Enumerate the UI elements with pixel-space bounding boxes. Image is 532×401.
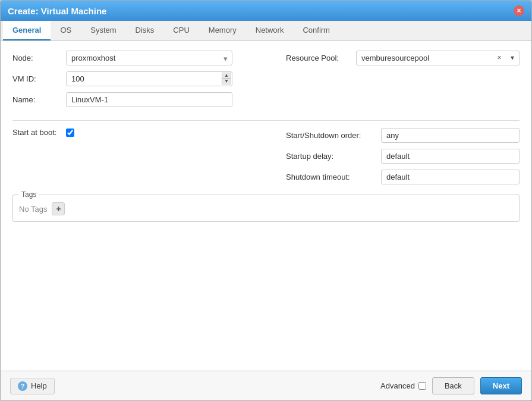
advanced-checkbox[interactable] [418,382,426,390]
vmid-row: VM ID: 100 ▲ ▼ [12,71,274,86]
vmid-input[interactable]: 100 [66,71,232,86]
resource-pool-row: Resource Pool: vemburesourcepool × ▾ [286,51,520,65]
vmid-up-button[interactable]: ▲ [222,73,231,79]
tab-bar: General OS System Disks CPU Memory Netwo… [1,21,531,41]
name-row: Name: LinuxVM-1 [12,92,274,107]
boot-options-row: Start at boot: Start/Shutdown order: any… [12,128,520,184]
shutdown-timeout-input[interactable]: default [381,170,520,184]
top-form-section: Node: proxmoxhost ▾ VM ID: 100 [12,51,520,113]
name-label: Name: [12,95,66,104]
add-tag-button[interactable]: + [52,202,65,215]
no-tags-text: No Tags [19,205,47,214]
resource-pool-clear-button[interactable]: × [493,52,505,64]
tags-legend: Tags [19,190,39,199]
node-row: Node: proxmoxhost ▾ [12,51,274,65]
tab-os[interactable]: OS [51,21,81,40]
help-button[interactable]: ? Help [10,378,55,394]
shutdown-right-col: Start/Shutdown order: any Startup delay:… [286,128,520,184]
back-button[interactable]: Back [432,377,474,394]
resource-pool-dropdown-button[interactable]: ▾ [506,52,518,64]
dialog-footer: ? Help Advanced Back Next [1,371,531,400]
dialog-title: Create: Virtual Machine [8,6,106,16]
advanced-check: Advanced [380,381,426,390]
start-shutdown-order-label: Start/Shutdown order: [286,131,381,140]
vmid-down-button[interactable]: ▼ [222,79,231,84]
start-at-boot-checkbox[interactable] [66,129,74,137]
node-select[interactable]: proxmoxhost [66,51,232,65]
next-button[interactable]: Next [480,377,522,394]
start-shutdown-order-row: Start/Shutdown order: any [286,128,520,143]
startup-delay-label: Startup delay: [286,152,381,161]
tab-system[interactable]: System [81,21,125,40]
help-icon: ? [18,381,27,391]
tags-fieldset: Tags No Tags + [12,190,520,222]
left-col: Node: proxmoxhost ▾ VM ID: 100 [12,51,274,113]
tab-general[interactable]: General [3,21,51,40]
right-col: Resource Pool: vemburesourcepool × ▾ [286,51,520,113]
start-at-boot-row: Start at boot: [12,128,274,137]
dialog-body: Node: proxmoxhost ▾ VM ID: 100 [1,41,531,371]
start-shutdown-order-input[interactable]: any [381,128,520,143]
help-label: Help [31,381,47,390]
resource-pool-label: Resource Pool: [286,54,351,62]
name-input[interactable]: LinuxVM-1 [66,92,232,107]
start-at-boot-label: Start at boot: [12,128,66,137]
advanced-label: Advanced [380,381,415,390]
tab-memory[interactable]: Memory [199,21,246,40]
boot-left-col: Start at boot: [12,128,274,184]
vmid-spinners: ▲ ▼ [222,73,231,84]
shutdown-timeout-label: Shutdown timeout: [286,173,381,181]
startup-delay-input[interactable]: default [381,149,520,164]
tags-content: No Tags + [19,202,513,215]
dialog-header: Create: Virtual Machine × [1,1,531,21]
create-vm-dialog: Create: Virtual Machine × General OS Sys… [0,0,532,401]
divider-1 [12,120,520,121]
tab-cpu[interactable]: CPU [163,21,199,40]
node-select-wrapper: proxmoxhost ▾ [66,51,232,65]
footer-right: Advanced Back Next [380,377,522,394]
shutdown-timeout-row: Shutdown timeout: default [286,170,520,184]
node-resource-row: Node: proxmoxhost ▾ VM ID: 100 [12,51,520,113]
node-label: Node: [12,54,66,62]
start-at-boot-checkbox-wrap [66,129,74,137]
tab-confirm[interactable]: Confirm [293,21,339,40]
tab-network[interactable]: Network [246,21,294,40]
resource-pool-input-wrapper: vemburesourcepool × ▾ [356,51,520,65]
close-button[interactable]: × [514,5,524,16]
tab-disks[interactable]: Disks [126,21,164,40]
vmid-input-wrapper: 100 ▲ ▼ [66,71,232,86]
resource-pool-btns: × ▾ [493,52,518,64]
startup-delay-row: Startup delay: default [286,149,520,164]
vmid-label: VM ID: [12,74,66,83]
right-col-form: Start/Shutdown order: any Startup delay:… [286,128,520,184]
